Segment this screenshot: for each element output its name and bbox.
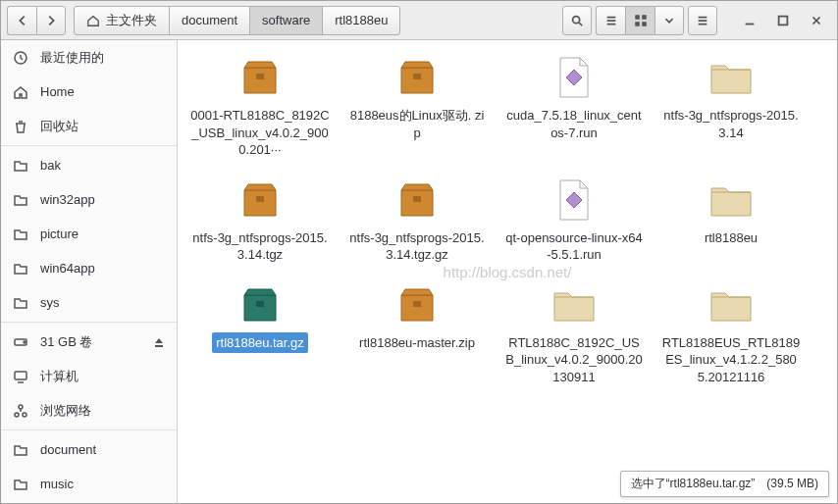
breadcrumb-software[interactable]: software	[249, 6, 323, 35]
folder-icon	[13, 442, 28, 458]
breadcrumb-home[interactable]: 主文件夹	[74, 6, 170, 35]
minimize-button[interactable]	[735, 6, 764, 35]
folder-icon	[13, 261, 28, 277]
file-label: RTL8188EUS_RTL8189ES_linux_v4.1.2.2_5805…	[657, 332, 805, 388]
main: 最近使用的Home回收站bakwin32apppicturewin64appsy…	[1, 40, 837, 503]
sidebar-item-label: win32app	[40, 192, 95, 207]
svg-rect-2	[642, 15, 646, 19]
back-button[interactable]	[7, 6, 36, 35]
sidebar-item-浏览网络[interactable]: 浏览网络	[1, 393, 177, 428]
sidebar-item-win64app[interactable]: win64app	[1, 251, 177, 285]
svg-rect-3	[635, 22, 639, 25]
archive-icon	[393, 281, 441, 328]
sidebar-item-回收站[interactable]: 回收站	[1, 109, 177, 143]
toolbar: 主文件夹 document software rtl8188eu	[1, 1, 837, 40]
breadcrumb-document[interactable]: document	[169, 6, 250, 35]
svg-rect-14	[413, 74, 421, 79]
eject-icon[interactable]	[153, 336, 165, 348]
file-item[interactable]: rtl8188eu.tar.gz	[182, 277, 339, 392]
folder-icon	[707, 281, 755, 328]
file-label: RTL8188C_8192C_USB_linux_v4.0.2_9000.201…	[500, 332, 648, 388]
sidebar-item-sys[interactable]: sys	[1, 285, 177, 320]
menu-button[interactable]	[688, 6, 717, 35]
nav-buttons	[7, 6, 66, 35]
file-item[interactable]: 0001-RTL8188C_8192C_USB_linux_v4.0.2_900…	[182, 50, 339, 165]
folder-icon	[550, 281, 598, 328]
home-icon	[13, 84, 28, 100]
sidebar-item-label: 31 GB 卷	[40, 333, 92, 351]
file-label: ntfs-3g_ntfsprogs-2015.3.14.tgz.gz	[343, 227, 491, 266]
computer-icon	[13, 369, 28, 384]
folder-icon	[13, 227, 28, 242]
file-item[interactable]: ntfs-3g_ntfsprogs-2015.3.14	[653, 50, 810, 165]
file-label: cuda_7.5.18_linux_centos-7.run	[500, 105, 648, 143]
content-area[interactable]: http://blog.csdn.net/ 0001-RTL8188C_8192…	[178, 40, 837, 503]
close-button[interactable]	[802, 6, 831, 35]
file-label: 8188eus的Linux驱动. zip	[343, 105, 491, 143]
folder-icon	[707, 176, 755, 224]
file-item[interactable]: qt-opensource-linux-x64-5.5.1.run	[496, 173, 653, 270]
archive-sel-icon	[236, 281, 284, 328]
forward-button[interactable]	[36, 6, 66, 35]
file-item[interactable]: RTL8188EUS_RTL8189ES_linux_v4.1.2.2_5805…	[653, 277, 810, 392]
sidebar-item-最近使用的[interactable]: 最近使用的	[1, 40, 177, 75]
grid-view-button[interactable]	[625, 6, 655, 35]
search-button[interactable]	[562, 6, 592, 35]
sidebar-item-label: document	[40, 442, 96, 457]
sidebar-item-music[interactable]: music	[1, 467, 177, 501]
sidebar-item-label: sys	[40, 295, 60, 310]
file-label: rtl8188eu.tar.gz	[212, 332, 308, 354]
sidebar-item-label: Home	[40, 84, 75, 99]
folder-icon	[13, 192, 28, 208]
file-item[interactable]: ntfs-3g_ntfsprogs-2015.3.14.tgz	[182, 173, 339, 270]
file-label: qt-opensource-linux-x64-5.5.1.run	[500, 227, 648, 266]
sidebar-item-label: 最近使用的	[40, 49, 104, 67]
maximize-button[interactable]	[768, 6, 798, 35]
file-label: rtl8188eu-master.zip	[355, 332, 479, 354]
archive-icon	[236, 54, 284, 101]
svg-point-0	[573, 16, 580, 23]
status-bar: 选中了“rtl8188eu.tar.gz” (39.5 MB)	[620, 471, 829, 497]
trash-icon	[13, 119, 28, 134]
svg-rect-16	[413, 196, 421, 202]
breadcrumb-rtl8188eu[interactable]: rtl8188eu	[322, 6, 400, 35]
file-item[interactable]: cuda_7.5.18_linux_centos-7.run	[496, 50, 653, 165]
list-view-button[interactable]	[596, 6, 625, 35]
sidebar-item-计算机[interactable]: 计算机	[1, 359, 177, 393]
script-icon	[550, 176, 598, 224]
clock-icon	[13, 50, 28, 66]
file-item[interactable]: 8188eus的Linux驱动. zip	[339, 50, 496, 165]
svg-rect-1	[635, 15, 639, 19]
breadcrumb-home-label: 主文件夹	[106, 12, 157, 29]
sidebar-item-label: bak	[40, 158, 61, 173]
svg-rect-13	[256, 74, 264, 79]
file-item[interactable]: RTL8188C_8192C_USB_linux_v4.0.2_9000.201…	[496, 277, 653, 392]
sidebar-item-document[interactable]: document	[1, 432, 177, 467]
sidebar-item-label: picture	[40, 227, 79, 241]
sidebar-item-win32app[interactable]: win32app	[1, 182, 177, 217]
view-dropdown-button[interactable]	[655, 6, 684, 35]
file-item[interactable]: rtl8188eu	[653, 173, 810, 270]
sidebar: 最近使用的Home回收站bakwin32apppicturewin64appsy…	[1, 40, 178, 503]
breadcrumb: 主文件夹 document software rtl8188eu	[74, 6, 400, 35]
folder-icon	[13, 158, 28, 174]
sidebar-item-bak[interactable]: bak	[1, 148, 177, 182]
file-item[interactable]: ntfs-3g_ntfsprogs-2015.3.14.tgz.gz	[339, 173, 496, 270]
svg-point-12	[19, 405, 23, 409]
folder-icon	[13, 295, 28, 311]
file-label: rtl8188eu	[701, 227, 761, 249]
file-label: ntfs-3g_ntfsprogs-2015.3.14	[657, 105, 805, 143]
file-label: 0001-RTL8188C_8192C_USB_linux_v4.0.2_900…	[186, 105, 334, 161]
sidebar-item-31-gb-卷[interactable]: 31 GB 卷	[1, 325, 177, 359]
script-icon	[550, 54, 598, 101]
svg-rect-4	[642, 22, 646, 25]
svg-rect-15	[256, 196, 264, 202]
file-grid: 0001-RTL8188C_8192C_USB_linux_v4.0.2_900…	[182, 50, 833, 399]
svg-rect-17	[256, 301, 264, 307]
sidebar-item-label: 浏览网络	[40, 402, 91, 420]
network-icon	[13, 403, 28, 419]
svg-rect-9	[15, 372, 26, 379]
file-item[interactable]: rtl8188eu-master.zip	[339, 277, 496, 392]
sidebar-item-home[interactable]: Home	[1, 75, 177, 109]
sidebar-item-picture[interactable]: picture	[1, 217, 177, 251]
